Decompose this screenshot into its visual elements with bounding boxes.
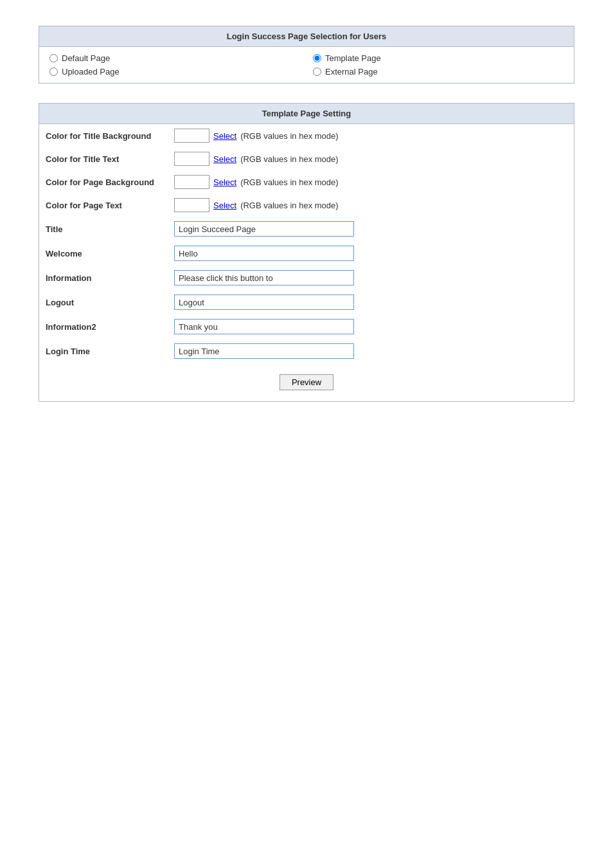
color-swatch-title-text[interactable] bbox=[174, 152, 209, 166]
field-value-information bbox=[168, 266, 574, 290]
radio-external-page[interactable]: External Page bbox=[313, 67, 564, 77]
radio-uploaded-label: Uploaded Page bbox=[62, 67, 120, 77]
page-selection-panel: Login Success Page Selection for Users D… bbox=[39, 26, 574, 84]
table-row: Information bbox=[39, 266, 574, 290]
table-row: Color for Page Background Select (RGB va… bbox=[39, 170, 574, 194]
field-label-title: Title bbox=[39, 217, 168, 241]
field-label-title-text: Color for Title Text bbox=[39, 147, 168, 170]
field-value-page-text: Select (RGB values in hex mode) bbox=[168, 194, 574, 217]
template-settings-panel: Template Page Setting Color for Title Ba… bbox=[39, 103, 574, 402]
page-selection-grid: Default Page Template Page Uploaded Page… bbox=[39, 47, 574, 83]
table-row: Login Time bbox=[39, 339, 574, 363]
radio-uploaded-page[interactable]: Uploaded Page bbox=[49, 67, 300, 77]
color-hint-title-bg: (RGB values in hex mode) bbox=[240, 131, 338, 141]
page-selection-header: Login Success Page Selection for Users bbox=[39, 26, 574, 47]
input-title[interactable] bbox=[174, 221, 354, 237]
input-information2[interactable] bbox=[174, 319, 354, 334]
radio-external-input[interactable] bbox=[313, 68, 321, 76]
field-value-title-text: Select (RGB values in hex mode) bbox=[168, 147, 574, 170]
radio-default-label: Default Page bbox=[62, 53, 110, 63]
field-label-page-text: Color for Page Text bbox=[39, 194, 168, 217]
field-label-title-bg: Color for Title Background bbox=[39, 124, 168, 147]
radio-template-page[interactable]: Template Page bbox=[313, 53, 564, 63]
radio-template-input[interactable] bbox=[313, 54, 321, 62]
radio-default-page[interactable]: Default Page bbox=[49, 53, 300, 63]
field-value-title bbox=[168, 217, 574, 241]
table-row: Title bbox=[39, 217, 574, 241]
color-hint-title-text: (RGB values in hex mode) bbox=[240, 154, 338, 164]
table-row: Color for Page Text Select (RGB values i… bbox=[39, 194, 574, 217]
radio-template-label: Template Page bbox=[325, 53, 381, 63]
field-value-page-bg: Select (RGB values in hex mode) bbox=[168, 170, 574, 194]
select-link-page-text[interactable]: Select bbox=[213, 201, 236, 210]
input-login-time[interactable] bbox=[174, 343, 354, 359]
table-row: Information2 bbox=[39, 314, 574, 339]
color-swatch-page-bg[interactable] bbox=[174, 175, 209, 189]
field-label-information: Information bbox=[39, 266, 168, 290]
input-welcome[interactable] bbox=[174, 246, 354, 261]
select-link-title-text[interactable]: Select bbox=[213, 154, 236, 164]
color-hint-page-bg: (RGB values in hex mode) bbox=[240, 177, 338, 187]
field-value-information2 bbox=[168, 314, 574, 339]
radio-default-input[interactable] bbox=[49, 54, 58, 62]
table-row: Logout bbox=[39, 290, 574, 314]
input-information[interactable] bbox=[174, 270, 354, 285]
template-settings-header: Template Page Setting bbox=[39, 104, 574, 124]
color-swatch-title-bg[interactable] bbox=[174, 129, 209, 143]
field-label-logout: Logout bbox=[39, 290, 168, 314]
field-value-title-bg: Select (RGB values in hex mode) bbox=[168, 124, 574, 147]
radio-uploaded-input[interactable] bbox=[49, 68, 58, 76]
preview-cell: Preview bbox=[39, 363, 574, 401]
field-value-welcome bbox=[168, 241, 574, 266]
input-logout[interactable] bbox=[174, 294, 354, 310]
field-label-page-bg: Color for Page Background bbox=[39, 170, 168, 194]
table-row: Color for Title Text Select (RGB values … bbox=[39, 147, 574, 170]
table-row: Color for Title Background Select (RGB v… bbox=[39, 124, 574, 147]
color-swatch-page-text[interactable] bbox=[174, 198, 209, 212]
select-link-title-bg[interactable]: Select bbox=[213, 131, 236, 141]
field-value-logout bbox=[168, 290, 574, 314]
radio-external-label: External Page bbox=[325, 67, 378, 77]
table-row: Preview bbox=[39, 363, 574, 401]
field-label-login-time: Login Time bbox=[39, 339, 168, 363]
field-label-welcome: Welcome bbox=[39, 241, 168, 266]
color-hint-page-text: (RGB values in hex mode) bbox=[240, 201, 338, 210]
table-row: Welcome bbox=[39, 241, 574, 266]
field-value-login-time bbox=[168, 339, 574, 363]
preview-button[interactable]: Preview bbox=[280, 374, 333, 390]
field-label-information2: Information2 bbox=[39, 314, 168, 339]
settings-table: Color for Title Background Select (RGB v… bbox=[39, 124, 574, 401]
select-link-page-bg[interactable]: Select bbox=[213, 177, 236, 187]
